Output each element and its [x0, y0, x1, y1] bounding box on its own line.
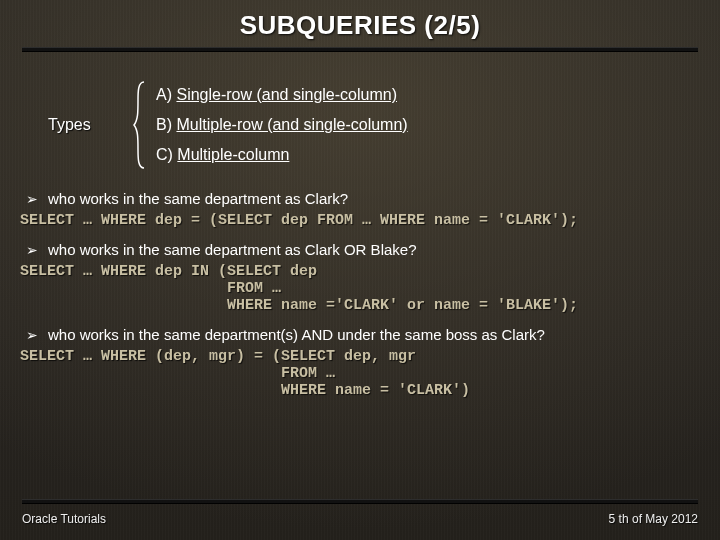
type-c-text: Multiple-column [177, 146, 289, 163]
type-b-text: Multiple-row (and single-column) [176, 116, 407, 133]
types-label: Types [48, 116, 124, 134]
code-2: SELECT … WHERE dep IN (SELECT dep FROM …… [20, 263, 700, 314]
footer: Oracle Tutorials 5 th of May 2012 [22, 512, 698, 526]
arrow-icon: ➢ [26, 190, 38, 208]
type-a-prefix: A) [156, 86, 176, 103]
type-c-prefix: C) [156, 146, 177, 163]
slide: SUBQUERIES (2/5) Types A) Single-row (an… [0, 0, 720, 540]
type-a-text: Single-row (and single-column) [176, 86, 397, 103]
bullet-2-text: who works in the same department as Clar… [48, 241, 417, 259]
code-3: SELECT … WHERE (dep, mgr) = (SELECT dep,… [20, 348, 700, 399]
bullet-3: ➢ who works in the same department(s) AN… [26, 326, 700, 344]
types-block: Types A) Single-row (and single-column) … [48, 80, 720, 170]
bullet-1-text: who works in the same department as Clar… [48, 190, 348, 208]
footer-right: 5 th of May 2012 [609, 512, 698, 526]
type-a: A) Single-row (and single-column) [156, 86, 408, 104]
footer-left: Oracle Tutorials [22, 512, 106, 526]
slide-body: ➢ who works in the same department as Cl… [20, 190, 700, 399]
slide-title: SUBQUERIES (2/5) [0, 0, 720, 41]
types-list: A) Single-row (and single-column) B) Mul… [156, 86, 408, 164]
bullet-2: ➢ who works in the same department as Cl… [26, 241, 700, 259]
curly-brace-icon [132, 80, 148, 170]
code-1: SELECT … WHERE dep = (SELECT dep FROM … … [20, 212, 700, 229]
type-c: C) Multiple-column [156, 146, 408, 164]
title-divider [22, 47, 698, 52]
footer-divider [22, 499, 698, 504]
arrow-icon: ➢ [26, 241, 38, 259]
type-b-prefix: B) [156, 116, 176, 133]
bullet-1: ➢ who works in the same department as Cl… [26, 190, 700, 208]
type-b: B) Multiple-row (and single-column) [156, 116, 408, 134]
bullet-3-text: who works in the same department(s) AND … [48, 326, 545, 344]
arrow-icon: ➢ [26, 326, 38, 344]
